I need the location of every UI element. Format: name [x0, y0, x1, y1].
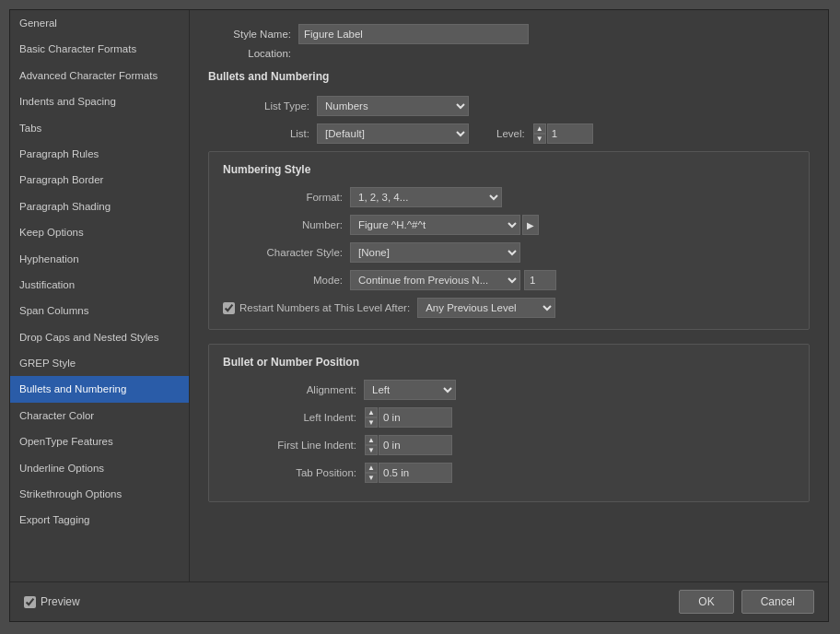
bullets-numbering-header: Bullets and Numbering: [208, 70, 810, 85]
sidebar-item-indents[interactable]: Indents and Spacing: [10, 88, 189, 114]
first-line-indent-label: First Line Indent:: [223, 440, 356, 451]
char-style-select[interactable]: [None]: [350, 242, 520, 263]
first-line-down-btn[interactable]: ▼: [365, 445, 378, 455]
sidebar-item-para-rules[interactable]: Paragraph Rules: [10, 141, 189, 167]
level-down-btn[interactable]: ▼: [533, 134, 546, 144]
sidebar-item-span-columns[interactable]: Span Columns: [10, 298, 189, 323]
sidebar-item-drop-caps[interactable]: Drop Caps and Nested Styles: [10, 324, 189, 350]
main-content: Style Name: Location: Bullets and Number…: [190, 10, 828, 581]
sidebar-item-adv-char[interactable]: Advanced Character Formats: [10, 63, 189, 88]
alignment-select[interactable]: Left: [364, 380, 456, 400]
sidebar-item-export-tagging[interactable]: Export Tagging: [10, 507, 189, 533]
list-select[interactable]: [Default]: [317, 123, 469, 144]
sidebar-item-para-border[interactable]: Paragraph Border: [10, 167, 189, 193]
left-indent-up-btn[interactable]: ▲: [365, 407, 378, 417]
location-label: Location:: [208, 48, 291, 59]
restart-select[interactable]: Any Previous Level: [417, 298, 555, 318]
sidebar-item-underline[interactable]: Underline Options: [10, 455, 189, 481]
sidebar-item-char-color[interactable]: Character Color: [10, 403, 189, 429]
left-indent-group: Left Indent: ▲ ▼: [223, 407, 795, 428]
tab-position-input[interactable]: [379, 463, 452, 483]
sidebar-item-para-shading[interactable]: Paragraph Shading: [10, 194, 189, 219]
first-line-indent-spinner: ▲ ▼: [364, 435, 452, 455]
mode-number: 1: [524, 270, 556, 290]
left-indent-label: Left Indent:: [223, 412, 356, 423]
sidebar-item-general[interactable]: General: [10, 10, 189, 36]
list-type-label: List Type:: [208, 100, 309, 112]
style-name-input[interactable]: [298, 24, 529, 44]
format-group: Format: 1, 2, 3, 4...: [223, 187, 795, 207]
mode-group: Mode: Continue from Previous N... 1: [223, 270, 795, 290]
format-select[interactable]: 1, 2, 3, 4...: [350, 187, 502, 207]
level-up-btn[interactable]: ▲: [533, 123, 546, 134]
numbering-style-section: Numbering Style Format: 1, 2, 3, 4... Nu…: [208, 151, 810, 330]
tab-pos-up-btn[interactable]: ▲: [365, 463, 378, 473]
sidebar-item-bullets-numbering[interactable]: Bullets and Numbering: [10, 376, 189, 402]
first-line-indent-group: First Line Indent: ▲ ▼: [223, 435, 795, 455]
level-input[interactable]: [547, 123, 593, 144]
list-type-group: List Type: Numbers: [208, 96, 810, 116]
mode-select[interactable]: Continue from Previous N...: [350, 270, 520, 290]
tab-position-group: Tab Position: ▲ ▼: [223, 463, 795, 483]
alignment-group: Alignment: Left: [223, 380, 795, 400]
left-indent-spinner: ▲ ▼: [364, 407, 452, 428]
char-style-group: Character Style: [None]: [223, 242, 795, 263]
tab-position-spinner: ▲ ▼: [364, 463, 452, 483]
number-select[interactable]: Figure ^H.^#^t: [350, 215, 520, 235]
list-level-group: List: [Default] Level: ▲ ▼: [208, 123, 810, 144]
sidebar-item-tabs[interactable]: Tabs: [10, 115, 189, 141]
sidebar-item-justification[interactable]: Justification: [10, 272, 189, 298]
tab-pos-down-btn[interactable]: ▼: [365, 473, 378, 483]
list-type-select[interactable]: Numbers: [317, 96, 469, 116]
tab-position-label: Tab Position:: [223, 467, 356, 478]
footer-buttons: OK Cancel: [679, 590, 814, 614]
numbering-style-header: Numbering Style: [223, 163, 795, 178]
format-label: Format:: [223, 192, 343, 203]
position-section: Bullet or Number Position Alignment: Lef…: [208, 344, 810, 502]
preview-label: Preview: [41, 595, 80, 608]
level-label: Level:: [496, 128, 525, 139]
ok-button[interactable]: OK: [679, 590, 733, 614]
number-arrow-btn[interactable]: ▶: [522, 215, 539, 235]
footer: Preview OK Cancel: [10, 581, 828, 621]
restart-checkbox[interactable]: [223, 302, 235, 314]
sidebar-item-strikethrough[interactable]: Strikethrough Options: [10, 481, 189, 507]
number-label: Number:: [223, 219, 343, 230]
preview-row: Preview: [24, 595, 80, 608]
first-line-up-btn[interactable]: ▲: [365, 435, 378, 445]
left-indent-input[interactable]: [379, 407, 452, 428]
paragraph-style-dialog: General Basic Character Formats Advanced…: [9, 9, 829, 622]
style-name-label: Style Name:: [208, 29, 291, 40]
char-style-label: Character Style:: [223, 247, 343, 258]
cancel-button[interactable]: Cancel: [741, 590, 814, 614]
restart-row: Restart Numbers at This Level After: Any…: [223, 298, 795, 318]
first-line-indent-input[interactable]: [379, 435, 452, 455]
mode-label: Mode:: [223, 275, 343, 286]
list-label: List:: [208, 128, 309, 139]
style-name-row: Style Name:: [208, 24, 810, 44]
sidebar-item-opentype[interactable]: OpenType Features: [10, 429, 189, 454]
left-indent-down-btn[interactable]: ▼: [365, 417, 378, 428]
restart-label: Restart Numbers at This Level After:: [239, 302, 410, 313]
sidebar-item-keep-options[interactable]: Keep Options: [10, 219, 189, 245]
position-header: Bullet or Number Position: [223, 356, 795, 370]
sidebar-item-basic-char[interactable]: Basic Character Formats: [10, 36, 189, 62]
level-spinner: ▲ ▼: [532, 123, 593, 144]
number-group: Number: Figure ^H.^#^t ▶: [223, 215, 795, 235]
location-row: Location:: [208, 48, 810, 59]
alignment-label: Alignment:: [223, 384, 356, 395]
sidebar: General Basic Character Formats Advanced…: [10, 10, 190, 581]
sidebar-item-grep-style[interactable]: GREP Style: [10, 350, 189, 376]
preview-checkbox[interactable]: [24, 596, 36, 608]
sidebar-item-hyphenation[interactable]: Hyphenation: [10, 246, 189, 272]
